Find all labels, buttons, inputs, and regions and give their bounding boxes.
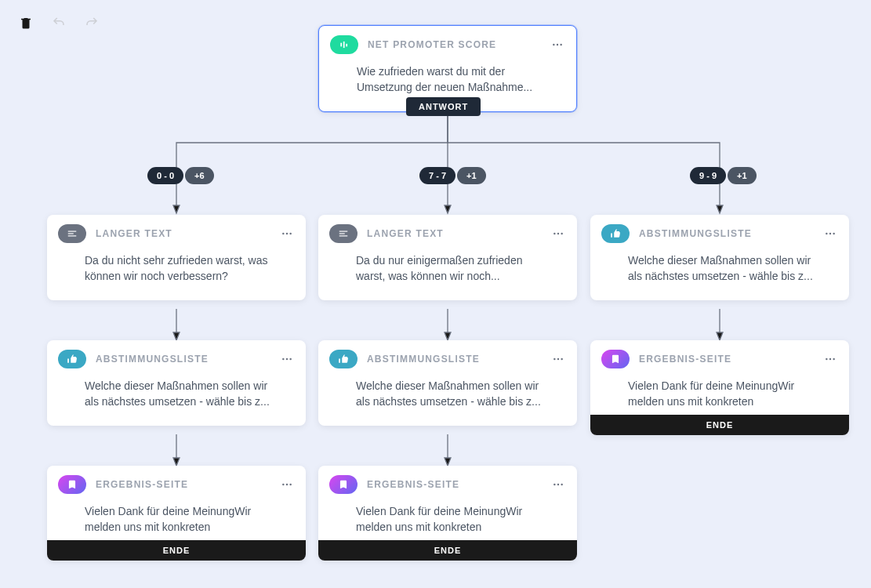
vote-icon	[329, 350, 357, 368]
svg-point-43	[833, 358, 834, 360]
svg-rect-14	[68, 231, 77, 232]
card-menu[interactable]	[822, 226, 838, 241]
card-menu[interactable]	[822, 351, 838, 367]
svg-rect-15	[68, 233, 74, 234]
card-body: Da du nicht sehr zufrieden warst, was kö…	[47, 252, 306, 300]
type-label: ERGEBNIS-SEITE	[367, 479, 541, 490]
text-icon	[329, 224, 357, 243]
card-body: Welche dieser Maßnahmen sollen wir als n…	[590, 252, 849, 300]
nps-icon	[330, 35, 358, 54]
svg-rect-27	[339, 233, 345, 234]
card-menu[interactable]	[550, 37, 565, 53]
card-body: Welche dieser Maßnahmen sollen wir als n…	[47, 378, 306, 426]
svg-point-29	[553, 233, 555, 234]
answer-badge: ANTWORT	[406, 97, 481, 116]
svg-point-40	[833, 233, 834, 234]
vote-icon	[58, 350, 86, 368]
svg-rect-9	[343, 42, 345, 48]
type-label: ERGEBNIS-SEITE	[96, 479, 270, 490]
branch-pill-3: 9 - 9 +1	[690, 167, 757, 184]
type-label: ABSTIMMUNGSLISTE	[367, 354, 541, 365]
type-label: ABSTIMMUNGSLISTE	[639, 228, 813, 239]
text-icon	[58, 224, 86, 243]
card-menu[interactable]	[279, 477, 295, 492]
ende-bar: ENDE	[590, 415, 849, 435]
svg-point-34	[561, 358, 562, 360]
col1-card3[interactable]: ERGEBNIS-SEITE Vielen Dank für deine Mei…	[47, 466, 306, 561]
svg-point-22	[289, 358, 291, 360]
svg-point-19	[289, 233, 291, 234]
svg-point-20	[282, 358, 284, 360]
result-icon	[329, 475, 357, 494]
svg-rect-8	[340, 43, 342, 47]
svg-point-17	[282, 233, 284, 234]
svg-point-31	[561, 233, 562, 234]
svg-point-33	[557, 358, 559, 360]
svg-point-13	[560, 44, 561, 45]
svg-point-30	[557, 233, 559, 234]
ende-bar: ENDE	[318, 540, 577, 561]
svg-rect-28	[339, 235, 348, 236]
svg-point-32	[553, 358, 555, 360]
svg-marker-1	[445, 205, 451, 213]
col2-card1[interactable]: LANGER TEXT Da du nur einigermaßen zufri…	[318, 215, 577, 300]
result-icon	[601, 350, 630, 368]
card-menu[interactable]	[550, 477, 566, 492]
vote-icon	[601, 224, 630, 243]
branch-pill-2: 7 - 7 +1	[419, 167, 486, 184]
svg-marker-2	[717, 205, 723, 213]
svg-rect-26	[339, 231, 348, 232]
type-label: ERGEBNIS-SEITE	[639, 354, 813, 365]
svg-point-39	[829, 233, 831, 234]
svg-marker-7	[717, 332, 723, 340]
type-label: LANGER TEXT	[96, 228, 270, 239]
svg-rect-16	[68, 235, 77, 236]
svg-point-38	[826, 233, 827, 234]
svg-point-23	[282, 484, 284, 485]
svg-point-25	[289, 484, 291, 485]
svg-marker-4	[173, 458, 180, 466]
col3-card1[interactable]: ABSTIMMUNGSLISTE Welche dieser Maßnahmen…	[590, 215, 849, 300]
col3-card2[interactable]: ERGEBNIS-SEITE Vielen Dank für deine Mei…	[590, 340, 849, 435]
svg-point-36	[557, 484, 559, 485]
svg-point-21	[286, 358, 288, 360]
ende-bar: ENDE	[47, 540, 306, 561]
type-label: ABSTIMMUNGSLISTE	[96, 354, 270, 365]
svg-point-11	[553, 44, 554, 45]
branch-pill-1: 0 - 0 +6	[147, 167, 214, 184]
svg-point-18	[286, 233, 288, 234]
card-body: Da du nur einigermaßen zufrieden warst, …	[318, 252, 577, 300]
card-menu[interactable]	[550, 226, 566, 241]
col1-card2[interactable]: ABSTIMMUNGSLISTE Welche dieser Maßnahmen…	[47, 340, 306, 426]
svg-point-42	[829, 358, 831, 360]
card-menu[interactable]	[550, 351, 566, 367]
type-label: LANGER TEXT	[367, 228, 541, 239]
svg-point-37	[561, 484, 562, 485]
col1-card1[interactable]: LANGER TEXT Da du nicht sehr zufrieden w…	[47, 215, 306, 300]
col2-card2[interactable]: ABSTIMMUNGSLISTE Welche dieser Maßnahmen…	[318, 340, 577, 426]
result-icon	[58, 475, 86, 494]
card-menu[interactable]	[279, 226, 295, 241]
svg-rect-10	[346, 44, 347, 47]
svg-marker-3	[173, 332, 180, 340]
svg-point-35	[553, 484, 555, 485]
svg-marker-0	[173, 205, 180, 213]
svg-point-12	[557, 44, 558, 45]
svg-point-24	[286, 484, 288, 485]
canvas: NET PROMOTER SCORE Wie zufrieden warst d…	[0, 0, 871, 588]
type-label: NET PROMOTER SCORE	[368, 39, 540, 50]
svg-marker-5	[445, 332, 451, 340]
card-menu[interactable]	[279, 351, 295, 367]
card-body: Welche dieser Maßnahmen sollen wir als n…	[318, 378, 577, 426]
svg-marker-6	[445, 458, 451, 466]
svg-point-41	[826, 358, 827, 360]
col2-card3[interactable]: ERGEBNIS-SEITE Vielen Dank für deine Mei…	[318, 466, 577, 561]
